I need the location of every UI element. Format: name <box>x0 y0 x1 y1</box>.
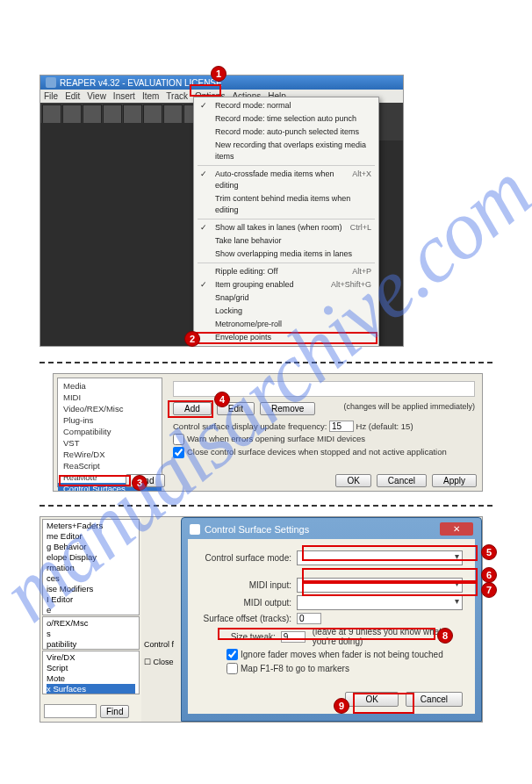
find-input[interactable] <box>44 704 97 718</box>
pref-item[interactable]: VST <box>58 437 162 449</box>
ok-button[interactable]: OK <box>335 474 370 487</box>
menu-item[interactable]: Ripple editing: OffAlt+P <box>194 265 378 278</box>
list-item[interactable]: s <box>47 629 135 639</box>
step-marker-9: 9 <box>334 698 349 714</box>
menu-item[interactable]: Auto-crossfade media items when editingA… <box>194 168 378 192</box>
map-f1f8-checkbox[interactable] <box>226 663 238 674</box>
toolbar-button[interactable] <box>83 104 102 124</box>
add-button[interactable]: Add <box>173 402 212 415</box>
list-item[interactable]: me Editor <box>47 531 135 542</box>
list-item[interactable]: x Surfaces <box>47 684 135 694</box>
offset-label: Surface offset (tracks): <box>200 614 297 623</box>
list-item[interactable]: Vire/DX <box>47 652 135 663</box>
close-icon[interactable]: ✕ <box>440 522 473 536</box>
tweak-input[interactable] <box>281 631 306 643</box>
list-item[interactable]: o/REX/Msc <box>47 618 135 629</box>
dialog-icon <box>190 524 200 535</box>
screenshot-3: Meters+Fadersme Editorg Behaviorelope Di… <box>40 516 483 723</box>
left-panel: Meters+Fadersme Editorg Behaviorelope Di… <box>40 517 141 722</box>
pref-list-fragment[interactable]: o/REX/Mscspatibility <box>42 616 140 650</box>
preferences-panel: Add Edit Remove (changes will be applied… <box>166 374 482 491</box>
menu-item[interactable]: Record mode: auto-punch selected items <box>194 126 378 139</box>
pref-item[interactable]: ReaScript <box>58 460 162 471</box>
ok-button[interactable]: OK <box>345 692 398 707</box>
mode-combo[interactable] <box>297 550 463 565</box>
control-surface-settings-dialog: Control Surface Settings ✕ Control surfa… <box>181 517 482 722</box>
warn-checkbox[interactable] <box>173 434 184 445</box>
menu-item[interactable]: Record mode: normal <box>194 99 378 112</box>
list-item[interactable]: g Behavior <box>47 542 135 552</box>
menu-item[interactable]: Snap/grid <box>194 291 378 305</box>
list-item[interactable]: Mote <box>47 673 135 684</box>
step-marker-4: 4 <box>214 392 230 407</box>
ignore-fader-label: Ignore fader moves when fader is not bei… <box>241 650 443 659</box>
toolbar-button[interactable] <box>103 104 122 124</box>
list-item[interactable]: ces <box>47 573 135 584</box>
list-item[interactable]: Meters+Faders <box>47 521 135 531</box>
pref-item[interactable]: Media <box>58 380 162 392</box>
pref-list-fragment[interactable]: Meters+Fadersme Editorg Behaviorelope Di… <box>42 519 140 615</box>
screenshot-2: MediaMIDIVideo/REX/MiscPlug-insCompatibi… <box>53 373 483 492</box>
section-divider <box>40 505 492 507</box>
find-button[interactable]: Find <box>100 705 129 718</box>
list-item[interactable]: I Editor <box>47 594 135 605</box>
pref-item[interactable]: Compatibility <box>58 426 162 437</box>
toolbar-button[interactable] <box>62 104 82 124</box>
pref-item[interactable]: Plug-ins <box>58 414 162 426</box>
pref-item[interactable]: MIDI <box>58 392 162 403</box>
step-marker-8: 8 <box>437 628 453 644</box>
menu-item[interactable]: Trim content behind media items when edi… <box>194 192 378 217</box>
close-label: Close control surface devices when stopp… <box>187 447 447 457</box>
list-item[interactable]: Script <box>47 663 135 673</box>
truncated-panel: Control f ☐ Close <box>144 640 179 666</box>
screenshot-1: REAPER v4.32 - EVALUATION LICENSE FileEd… <box>40 75 404 347</box>
pref-list-fragment[interactable]: Vire/DXScriptMotex Surfaces <box>42 651 140 694</box>
offset-input[interactable] <box>297 613 321 624</box>
menu-file[interactable]: File <box>44 91 58 101</box>
menu-item[interactable]: Item <box>142 91 159 101</box>
warn-label: Warn when errors opening surface MIDI de… <box>187 434 365 443</box>
cancel-button[interactable]: Cancel <box>377 474 427 487</box>
toolbar-button[interactable] <box>123 104 142 124</box>
list-item[interactable]: patibility <box>47 639 135 650</box>
toolbar-button[interactable] <box>42 104 61 124</box>
list-item[interactable]: elope Display <box>47 552 135 563</box>
menu-insert[interactable]: Insert <box>113 91 135 101</box>
freq-unit: Hz (default: 15) <box>356 421 413 431</box>
pref-item[interactable]: ReWire/DX <box>58 449 162 460</box>
remove-button[interactable]: Remove <box>260 402 315 415</box>
close-checkbox[interactable] <box>173 447 184 458</box>
dialog-title: Control Surface Settings <box>205 524 309 535</box>
freq-label: Control surface display update frequency… <box>173 421 327 431</box>
apply-button[interactable]: Apply <box>432 474 477 487</box>
menu-item[interactable]: Record mode: time selection auto punch <box>194 112 378 126</box>
menu-item[interactable]: Metronome/pre-roll <box>194 318 378 331</box>
list-item[interactable]: e <box>47 605 135 615</box>
cancel-button[interactable]: Cancel <box>406 692 463 707</box>
step-marker-7: 7 <box>481 582 497 598</box>
step-marker-5: 5 <box>481 544 497 560</box>
menu-item[interactable]: New recording that overlaps existing med… <box>194 139 378 163</box>
options-menu-dropdown: Record mode: normalRecord mode: time sel… <box>193 97 379 347</box>
mode-label: Control surface mode: <box>200 553 297 563</box>
toolbar-button[interactable] <box>143 104 162 124</box>
list-item[interactable]: rmation <box>47 563 135 573</box>
window-title: REAPER v4.32 - EVALUATION LICENSE <box>60 78 222 88</box>
menu-item[interactable]: Take lane behavior <box>194 234 378 248</box>
menu-item[interactable]: Show all takes in lanes (when room)Ctrl+… <box>194 221 378 234</box>
freq-input[interactable] <box>329 421 354 432</box>
toolbar-button[interactable] <box>163 104 183 124</box>
menu-item[interactable]: Envelope points <box>194 331 378 344</box>
changes-note: (changes will be applied immediately) <box>343 402 475 415</box>
menu-item[interactable]: Locking <box>194 305 378 318</box>
menu-edit[interactable]: Edit <box>65 91 80 101</box>
pref-item[interactable]: Video/REX/Misc <box>58 403 162 414</box>
midiout-combo[interactable] <box>297 595 463 610</box>
midiin-combo[interactable] <box>297 578 463 593</box>
ignore-fader-checkbox[interactable] <box>226 649 238 660</box>
list-item[interactable]: ise Modifiers <box>47 584 135 594</box>
menu-item[interactable]: Item grouping enabledAlt+Shift+G <box>194 278 378 291</box>
menu-item[interactable]: Show overlapping media items in lanes <box>194 248 378 261</box>
menu-view[interactable]: View <box>87 91 106 101</box>
menu-track[interactable]: Track <box>166 91 188 101</box>
